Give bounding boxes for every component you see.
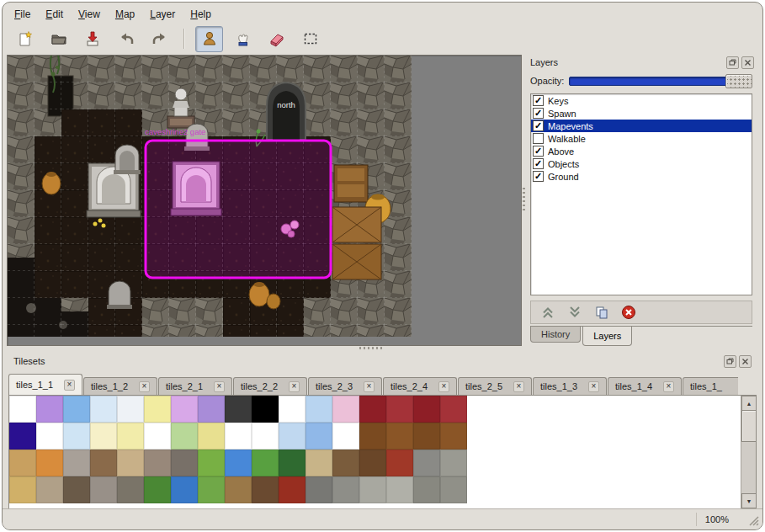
selection-rectangle[interactable]: [146, 141, 331, 278]
scrollbar-thumb[interactable]: [741, 410, 757, 442]
tileset-cell[interactable]: [332, 423, 359, 450]
layer-visibility-checkbox[interactable]: ✓: [533, 171, 544, 182]
tileset-cell[interactable]: [9, 423, 36, 450]
tileset-cell[interactable]: [171, 476, 198, 503]
tileset-tab-tiles_2_4[interactable]: tiles_2_4 ×: [383, 377, 457, 395]
tileset-cell[interactable]: [198, 476, 225, 503]
tileset-scrollbar[interactable]: ▲ ▼: [741, 396, 756, 508]
tileset-cell[interactable]: [144, 423, 171, 450]
tileset-cell[interactable]: [386, 476, 413, 503]
tileset-cell[interactable]: [90, 476, 117, 503]
tileset-cell[interactable]: [144, 476, 171, 503]
tileset-cell[interactable]: [90, 450, 117, 476]
tileset-tab-tiles_1_5[interactable]: tiles_1_ ×: [683, 377, 738, 395]
tileset-view[interactable]: ▲ ▼: [8, 395, 757, 509]
close-tab-icon[interactable]: ×: [588, 381, 599, 392]
tileset-tab-tiles_2_1[interactable]: tiles_2_1 ×: [158, 377, 232, 395]
tileset-cell[interactable]: [117, 423, 144, 450]
tileset-tab-tiles_2_3[interactable]: tiles_2_3 ×: [308, 377, 382, 395]
close-tab-icon[interactable]: ×: [364, 381, 375, 392]
undo[interactable]: [112, 26, 140, 52]
tileset-cell[interactable]: [171, 450, 198, 476]
tileset-cell[interactable]: [413, 450, 440, 476]
map-viewport[interactable]: north caveshrine2 gate: [7, 55, 522, 346]
tileset-cell[interactable]: [144, 450, 171, 476]
tileset-cell[interactable]: [279, 423, 305, 450]
tileset-cell[interactable]: [305, 476, 332, 503]
layer-row-spawn[interactable]: ✓ Spawn: [531, 107, 752, 120]
tileset-tab-tiles_1_2[interactable]: tiles_1_2 ×: [83, 377, 157, 395]
tileset-cell[interactable]: [225, 396, 252, 423]
rect-select-tool[interactable]: [296, 26, 324, 52]
close-tab-icon[interactable]: ×: [64, 380, 75, 391]
float-panel-button[interactable]: [724, 355, 736, 368]
lower-layer-button[interactable]: [566, 304, 583, 321]
tileset-cell[interactable]: [171, 423, 198, 450]
tileset-cell[interactable]: [386, 423, 413, 450]
tileset-cell[interactable]: [63, 423, 90, 450]
tileset-cell[interactable]: [279, 396, 305, 423]
tileset-cell[interactable]: [117, 476, 144, 503]
layer-row-walkable[interactable]: ✓ Walkable: [531, 132, 752, 145]
tileset-cell[interactable]: [252, 450, 279, 476]
layer-visibility-checkbox[interactable]: ✓: [533, 158, 544, 169]
redo[interactable]: [146, 26, 173, 52]
hand-tool[interactable]: [229, 26, 257, 52]
tileset-cell[interactable]: [332, 396, 359, 423]
tileset-cell[interactable]: [198, 450, 225, 476]
tileset-cell[interactable]: [413, 423, 440, 450]
close-tab-icon[interactable]: ×: [139, 381, 150, 392]
tileset-palette[interactable]: [9, 396, 467, 503]
tileset-cell[interactable]: [386, 396, 413, 423]
tileset-cell[interactable]: [225, 450, 252, 476]
layer-visibility-checkbox[interactable]: ✓: [533, 108, 544, 119]
layer-row-mapevents[interactable]: ✓ Mapevents: [531, 120, 752, 132]
tileset-cell[interactable]: [305, 450, 332, 476]
scroll-up-button[interactable]: ▲: [741, 396, 757, 411]
tileset-cell[interactable]: [252, 476, 279, 503]
tileset-cell[interactable]: [279, 476, 305, 503]
close-tab-icon[interactable]: ×: [663, 381, 674, 392]
close-tab-icon[interactable]: ×: [289, 381, 300, 392]
close-panel-button[interactable]: [741, 56, 754, 69]
tileset-cell[interactable]: [359, 396, 386, 423]
tileset-tab-tiles_1_4[interactable]: tiles_1_4 ×: [608, 377, 682, 395]
tileset-cell[interactable]: [252, 423, 279, 450]
tileset-cell[interactable]: [332, 450, 359, 476]
tileset-cell[interactable]: [440, 450, 467, 476]
tileset-cell[interactable]: [332, 476, 359, 503]
tileset-cell[interactable]: [279, 450, 305, 476]
delete-layer-button[interactable]: [620, 304, 637, 321]
layer-visibility-checkbox[interactable]: ✓: [533, 120, 544, 131]
layer-row-keys[interactable]: ✓ Keys: [531, 94, 752, 107]
new-file[interactable]: [11, 26, 39, 52]
tileset-cell[interactable]: [252, 396, 279, 423]
save[interactable]: [78, 26, 106, 52]
tileset-cell[interactable]: [36, 450, 63, 476]
duplicate-layer-button[interactable]: [593, 304, 610, 321]
layer-visibility-checkbox[interactable]: ✓: [533, 146, 544, 157]
layer-row-ground[interactable]: ✓ Ground: [531, 170, 752, 183]
tileset-cell[interactable]: [305, 396, 332, 423]
tileset-cell[interactable]: [117, 396, 144, 423]
tileset-cell[interactable]: [440, 423, 467, 450]
tab-history[interactable]: History: [530, 327, 581, 343]
float-panel-button[interactable]: [726, 56, 739, 69]
layer-row-objects[interactable]: ✓ Objects: [531, 157, 752, 170]
opacity-slider-handle[interactable]: [725, 74, 752, 88]
map-canvas[interactable]: north caveshrine2 gate: [8, 56, 412, 337]
open[interactable]: [45, 26, 72, 52]
close-tab-icon[interactable]: ×: [438, 381, 449, 392]
tileset-cell[interactable]: [9, 396, 36, 423]
menu-help[interactable]: Help: [183, 7, 218, 22]
tileset-cell[interactable]: [198, 396, 225, 423]
tileset-cell[interactable]: [225, 423, 252, 450]
tileset-cell[interactable]: [9, 450, 36, 476]
tileset-tab-tiles_1_1[interactable]: tiles_1_1 ×: [8, 374, 82, 395]
menu-layer[interactable]: Layer: [143, 7, 182, 22]
layer-row-above[interactable]: ✓ Above: [531, 145, 752, 157]
tileset-cell[interactable]: [36, 476, 63, 503]
stamp-tool[interactable]: [195, 26, 223, 52]
tileset-cell[interactable]: [440, 476, 467, 503]
tileset-cell[interactable]: [413, 396, 440, 423]
